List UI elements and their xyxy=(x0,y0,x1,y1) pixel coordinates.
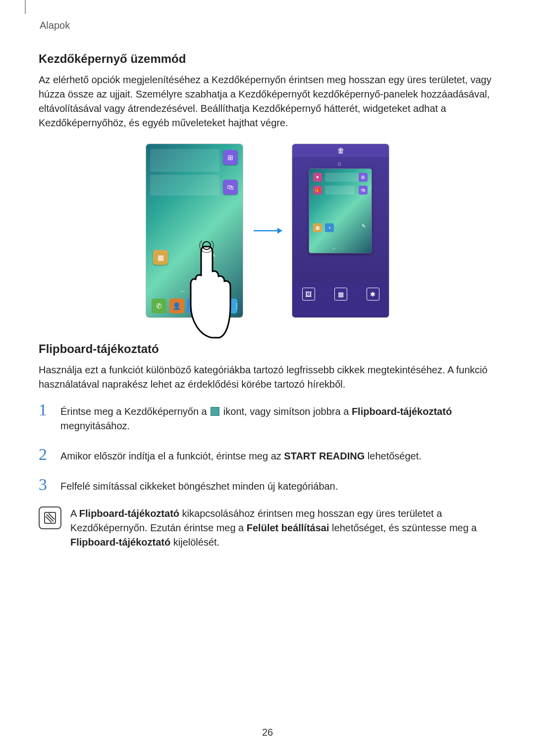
step-number: 2 xyxy=(39,446,52,463)
folder-icon: ▦ xyxy=(153,250,168,265)
step-number: 1 xyxy=(39,402,52,418)
widget-icon: ⊞ xyxy=(359,173,368,182)
step-item: 3 Felfelé simítással cikkeket böngészhet… xyxy=(39,476,496,494)
step-bold: START READING xyxy=(284,451,365,461)
edit-topbar: 🗑 xyxy=(292,144,389,157)
note-block: A Flipboard-tájékoztató kikapcsolásához … xyxy=(39,506,496,550)
step-text: Felfelé simítással cikkeket böngészhet m… xyxy=(60,481,338,492)
screenshot-homescreen: ⊞ 🛍 ▦ ✎ — · · · · ✆ 👤 ✉ 🌐 ⋮⋮⋮ xyxy=(146,144,243,317)
page-number: 26 xyxy=(0,727,535,738)
arrow-right-icon xyxy=(253,226,282,236)
note-text: A xyxy=(70,508,79,519)
settings-icon: ✱ xyxy=(367,288,379,301)
section2-body: Használja ezt a funkciót különböző kateg… xyxy=(39,363,496,392)
app-icon: ▪ xyxy=(325,223,334,232)
folder-icon: ▦ xyxy=(313,223,322,232)
svg-marker-3 xyxy=(277,228,282,234)
step-bold: Flipboard-tájékoztató xyxy=(352,406,452,417)
edit-options-bar: 🖼 ▦ ✱ xyxy=(292,283,389,317)
phone-icon: ✆ xyxy=(152,299,166,313)
note-icon xyxy=(39,506,61,529)
figure-homescreen-edit: ⊞ 🛍 ▦ ✎ — · · · · ✆ 👤 ✉ 🌐 ⋮⋮⋮ xyxy=(39,144,496,317)
screenshot-edit-mode: 🗑 ⌂ ♥ ⊞ 🎁 🛍 ▦ ▪ ✎ — · · · xyxy=(292,144,389,317)
note-text: lehetőséget, és szüntesse meg a xyxy=(329,522,477,533)
contacts-icon: 👤 xyxy=(169,299,184,313)
section1-body: Az elérhető opciók megjelenítéséhez a Ke… xyxy=(39,73,496,130)
flipboard-icon xyxy=(211,407,219,416)
heart-icon: ♥ xyxy=(313,173,322,182)
note-bold: Felület beállításai xyxy=(247,522,329,533)
note-bold: Flipboard-tájékoztató xyxy=(70,537,170,548)
gift-icon: 🎁 xyxy=(313,186,322,195)
wallpaper-icon: 🖼 xyxy=(302,288,315,301)
section2-title: Flipboard-tájékoztató xyxy=(39,342,496,356)
step-item: 2 Amikor először indítja el a funkciót, … xyxy=(39,446,496,463)
widgets-icon: ▦ xyxy=(334,288,347,301)
section1-title: Kezdőképernyő üzemmód xyxy=(39,52,496,66)
step-item: 1 Érintse meg a Kezdőképernyőn a ikont, … xyxy=(39,402,496,433)
hand-longpress-illustration xyxy=(185,241,234,340)
shop-icon: 🛍 xyxy=(359,186,368,195)
step-text: lehetőséget. xyxy=(365,451,422,461)
running-header: Alapok xyxy=(39,20,496,31)
step-text: ikont, vagy simítson jobbra a xyxy=(220,406,352,417)
trash-icon: 🗑 xyxy=(337,147,344,154)
shop-icon: 🛍 xyxy=(223,180,238,195)
homescreen-thumbnail: ♥ ⊞ 🎁 🛍 ▦ ▪ ✎ — · · · xyxy=(309,169,372,253)
home-icon: ⌂ xyxy=(338,160,344,166)
step-text: Amikor először indítja el a funkciót, ér… xyxy=(60,451,284,461)
header-accent-rule xyxy=(25,0,26,14)
step-text: megnyitásához. xyxy=(60,420,130,431)
step-text: Érintse meg a Kezdőképernyőn a xyxy=(60,406,210,417)
step-number: 3 xyxy=(39,476,52,493)
note-bold: Flipboard-tájékoztató xyxy=(79,508,179,519)
note-text: kijelölését. xyxy=(170,537,219,548)
widget-icon: ⊞ xyxy=(223,150,238,165)
